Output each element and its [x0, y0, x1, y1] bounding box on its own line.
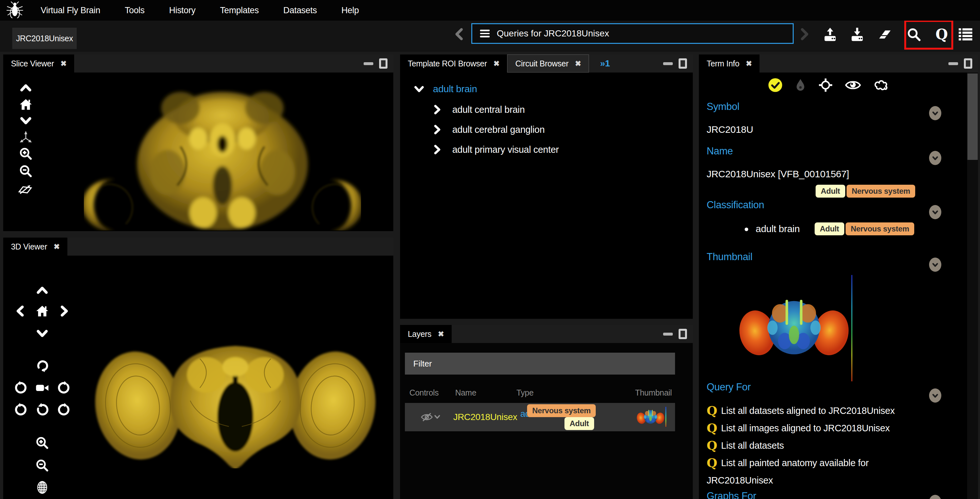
query-for-collapse-button[interactable]	[929, 388, 941, 403]
zoom-in-icon[interactable]	[35, 436, 49, 450]
nav-item-help[interactable]: Help	[341, 5, 359, 16]
globe-icon[interactable]	[35, 480, 49, 494]
list-icon[interactable]	[958, 27, 973, 42]
query-item[interactable]: QList all datasets aligned to JRC2018Uni…	[706, 402, 913, 420]
slice-viewer-canvas[interactable]	[3, 73, 393, 231]
search-input[interactable]	[497, 29, 780, 39]
rotate-cw-icon[interactable]	[57, 381, 71, 395]
thumbnail-collapse-button[interactable]	[929, 257, 941, 272]
query-item[interactable]: QList all images aligned to JRC2018Unise…	[706, 420, 913, 437]
query-search-bar[interactable]	[471, 23, 794, 44]
axes-icon[interactable]	[19, 130, 33, 145]
download-icon[interactable]	[850, 27, 865, 42]
chevron-right-icon[interactable]	[431, 124, 443, 136]
chevron-right-icon[interactable]	[431, 143, 443, 156]
verified-check-icon[interactable]	[768, 78, 783, 92]
classification-value[interactable]: adult brain	[756, 223, 800, 234]
scrollbar-thumb[interactable]	[967, 73, 978, 160]
pan-up-icon[interactable]	[35, 283, 49, 297]
session-tab-jrc2018unisex[interactable]: JRC2018Unisex	[12, 28, 77, 49]
layer-name[interactable]: JRC2018Unisex	[453, 412, 517, 422]
tree-item-adult-central-brain[interactable]: adult central brain	[431, 103, 525, 116]
query-item[interactable]: QList all painted anatomy available for …	[706, 454, 913, 489]
minimize-button[interactable]	[948, 62, 958, 65]
roll-ccw-icon[interactable]	[13, 403, 27, 417]
tree-item-adult-cerebral-ganglion[interactable]: adult cerebral ganglion	[431, 124, 545, 136]
search-icon[interactable]	[907, 27, 921, 42]
layers-filter[interactable]	[405, 353, 675, 375]
zoom-out-icon[interactable]	[35, 458, 49, 473]
chevron-down-icon[interactable]	[413, 83, 425, 95]
menu-icon[interactable]	[480, 30, 490, 37]
rotate-reset-icon[interactable]	[35, 403, 49, 417]
tree-item-adult-primary-visual-center[interactable]: adult primary visual center	[431, 143, 558, 156]
close-icon[interactable]: ✖	[746, 59, 752, 68]
nav-item-virtual-fly-brain[interactable]: Virtual Fly Brain	[41, 5, 100, 16]
tab-circuit-browser[interactable]: Circuit Browser ✖	[507, 54, 589, 73]
close-icon[interactable]: ✖	[493, 59, 500, 68]
brain-icon[interactable]	[873, 78, 890, 92]
term-info-scrollbar[interactable]	[967, 73, 978, 499]
symbol-collapse-button[interactable]	[929, 106, 941, 120]
minimize-button[interactable]	[663, 333, 673, 335]
tab-3d-viewer[interactable]: 3D Viewer ✖	[3, 238, 67, 256]
maximize-button[interactable]	[679, 329, 687, 339]
zoom-out-icon[interactable]	[19, 164, 33, 178]
nav-item-templates[interactable]: Templates	[220, 5, 259, 16]
slice-plane-icon[interactable]	[18, 182, 32, 196]
nav-item-history[interactable]: History	[169, 5, 196, 16]
focus-icon[interactable]	[818, 78, 833, 92]
viewer-3d-canvas[interactable]	[3, 256, 393, 499]
nav-item-tools[interactable]: Tools	[125, 5, 145, 16]
home-icon[interactable]	[35, 304, 49, 318]
eye-icon[interactable]	[845, 78, 861, 92]
query-search-icon[interactable]: Q	[934, 27, 949, 42]
tab-template-roi-browser[interactable]: Template ROI Browser ✖	[400, 54, 507, 73]
pan-up-icon[interactable]	[19, 81, 33, 95]
visibility-toggle-icon[interactable]	[420, 411, 441, 423]
query-item[interactable]: QList all datasets	[706, 437, 913, 454]
minimize-button[interactable]	[364, 62, 373, 65]
maximize-button[interactable]	[379, 58, 388, 69]
close-icon[interactable]: ✖	[575, 59, 581, 68]
eraser-icon[interactable]	[878, 27, 892, 42]
rotate-ccw-icon[interactable]	[13, 381, 27, 395]
more-tabs-indicator[interactable]: »1	[600, 58, 610, 69]
tree-item-adult-brain[interactable]: adult brain	[413, 83, 477, 95]
camera-icon[interactable]	[35, 381, 49, 395]
chevron-right-icon[interactable]	[431, 103, 443, 116]
pan-down-icon[interactable]	[35, 326, 49, 340]
next-icon[interactable]	[797, 27, 811, 41]
close-icon[interactable]: ✖	[438, 330, 444, 338]
fly-logo-icon[interactable]	[5, 1, 25, 20]
pan-left-icon[interactable]	[13, 304, 27, 318]
term-thumbnail-image[interactable]	[738, 276, 850, 379]
close-icon[interactable]: ✖	[54, 242, 60, 251]
droplet-icon[interactable]	[794, 78, 807, 92]
tree-label[interactable]: adult central brain	[452, 105, 525, 115]
name-collapse-button[interactable]	[929, 151, 941, 165]
nav-item-datasets[interactable]: Datasets	[283, 5, 317, 16]
tree-label[interactable]: adult cerebral ganglion	[452, 124, 545, 135]
tab-layers[interactable]: Layers ✖	[400, 325, 452, 343]
tree-label[interactable]: adult brain	[433, 84, 477, 94]
graphs-for-collapse-button[interactable]	[929, 495, 941, 499]
zoom-in-icon[interactable]	[19, 147, 33, 161]
pan-right-icon[interactable]	[57, 304, 71, 318]
home-icon[interactable]	[19, 97, 33, 111]
tab-term-info[interactable]: Term Info ✖	[699, 54, 759, 73]
roll-cw-icon[interactable]	[57, 403, 71, 417]
pan-down-icon[interactable]	[19, 113, 33, 128]
prev-icon[interactable]	[453, 27, 467, 41]
spin-icon[interactable]	[35, 359, 49, 373]
upload-icon[interactable]	[822, 27, 837, 42]
tab-slice-viewer[interactable]: Slice Viewer ✖	[3, 54, 74, 73]
filter-input[interactable]	[413, 359, 639, 369]
close-icon[interactable]: ✖	[60, 59, 67, 68]
classification-collapse-button[interactable]	[929, 205, 941, 219]
maximize-button[interactable]	[679, 58, 687, 69]
minimize-button[interactable]	[663, 62, 673, 65]
tree-label[interactable]: adult primary visual center	[452, 145, 558, 155]
layer-thumbnail[interactable]	[636, 407, 665, 427]
maximize-button[interactable]	[964, 58, 972, 69]
